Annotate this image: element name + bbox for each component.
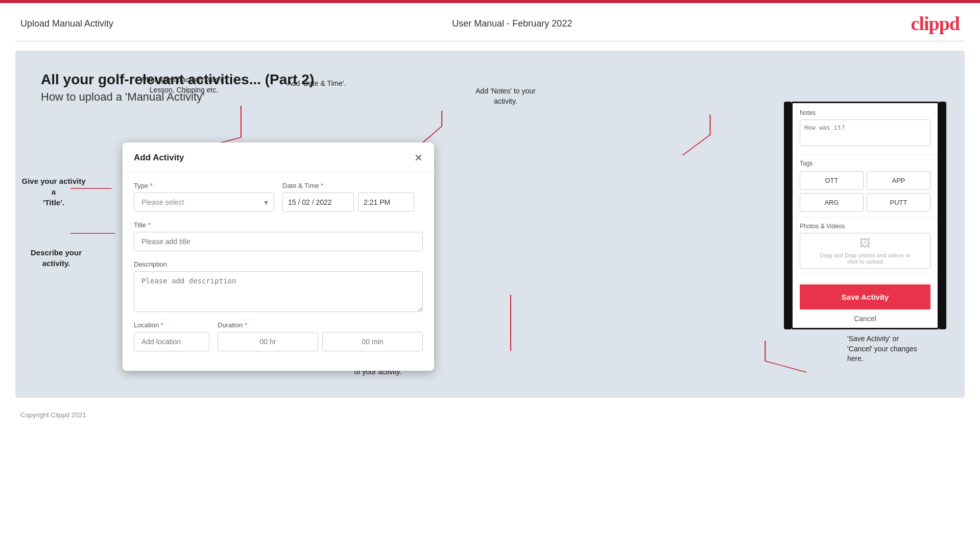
type-label: Type * xyxy=(134,182,274,189)
date-input[interactable] xyxy=(282,193,354,212)
duration-label: Duration * xyxy=(218,321,423,329)
notes-textarea[interactable] xyxy=(800,119,930,146)
type-select-wrapper[interactable]: Please select xyxy=(134,193,274,212)
datetime-required: * xyxy=(321,182,323,189)
logo: clippd xyxy=(911,12,960,35)
location-label: Location * xyxy=(134,321,209,329)
datetime-group: Date & Time * xyxy=(282,182,423,212)
location-group: Location * xyxy=(134,321,209,351)
form-row-location-duration: Location * Duration * xyxy=(134,321,423,351)
header: Upload Manual Activity User Manual - Feb… xyxy=(0,3,980,41)
annotation-savecancel: 'Save Activity' or 'Cancel' your changes… xyxy=(847,334,960,364)
save-activity-button[interactable]: Save Activity xyxy=(800,284,930,309)
tags-section: Tags OTT APP ARG PUTT xyxy=(793,155,938,218)
annotation-title: Give your activity a 'Title'. xyxy=(20,176,87,208)
annotation-describe: Describe your activity. xyxy=(23,247,89,269)
tag-app[interactable]: APP xyxy=(867,171,930,190)
manual-label: User Manual - February 2022 xyxy=(452,18,572,29)
tags-grid: OTT APP ARG PUTT xyxy=(800,171,930,212)
notes-section: Notes xyxy=(793,103,938,155)
modal-header: Add Activity ✕ xyxy=(123,142,434,172)
tag-ott[interactable]: OTT xyxy=(800,171,864,190)
copyright-text: Copyright Clippd 2021 xyxy=(20,411,86,419)
title-input[interactable] xyxy=(134,232,423,251)
form-row-description: Description xyxy=(134,260,423,312)
phone-right-bar xyxy=(939,102,946,329)
title-group: Title * xyxy=(134,221,423,251)
datetime-label: Date & Time * xyxy=(282,182,423,189)
cancel-link[interactable]: Cancel xyxy=(800,309,930,328)
tag-arg[interactable]: ARG xyxy=(800,193,864,212)
svg-line-15 xyxy=(765,361,806,372)
modal-wrapper: Add Activity ✕ Type * Please select xyxy=(123,142,434,371)
time-input[interactable] xyxy=(358,193,414,212)
phone-container: Notes Tags OTT APP ARG PUTT Photos & Vid… xyxy=(791,102,939,329)
photos-drop-zone[interactable]: 🖼 Drag and Drop photos and videos or cli… xyxy=(800,233,930,269)
location-required: * xyxy=(161,321,163,329)
annotation-type: What type of activity was it? Lesson, Ch… xyxy=(128,75,240,95)
phone-left-bar xyxy=(784,102,791,329)
photo-icon: 🖼 xyxy=(859,237,871,250)
duration-hr-input[interactable] xyxy=(218,332,318,351)
duration-group: Duration * xyxy=(218,321,423,351)
photos-section: Photos & Videos 🖼 Drag and Drop photos a… xyxy=(793,218,938,274)
annotation-datetime: Add 'Date & Time'. xyxy=(266,79,368,89)
duration-min-input[interactable] xyxy=(322,332,423,351)
photos-label: Photos & Videos xyxy=(800,223,930,230)
annotation-notes: Add 'Notes' to your activity. xyxy=(455,86,557,106)
description-group: Description xyxy=(134,260,423,312)
form-row-type-datetime: Type * Please select Date & Time * xyxy=(134,182,423,212)
add-activity-modal: Add Activity ✕ Type * Please select xyxy=(123,142,434,371)
form-row-title: Title * xyxy=(134,221,423,251)
type-select[interactable]: Please select xyxy=(134,193,274,212)
phone-panel: Notes Tags OTT APP ARG PUTT Photos & Vid… xyxy=(791,102,939,329)
svg-line-11 xyxy=(683,135,710,155)
header-divider xyxy=(15,41,965,41)
title-form-label: Title * xyxy=(134,221,423,229)
title-required: * xyxy=(148,221,151,229)
photos-drop-text: Drag and Drop photos and videos or click… xyxy=(820,252,910,265)
date-time-inputs xyxy=(282,193,423,212)
type-required: * xyxy=(150,182,153,189)
footer: Copyright Clippd 2021 xyxy=(0,407,980,423)
description-label: Description xyxy=(134,260,423,268)
modal-body: Type * Please select Date & Time * xyxy=(123,172,434,371)
modal-close-button[interactable]: ✕ xyxy=(414,152,423,164)
main-content: All your golf-relevant activities... (Pa… xyxy=(15,51,965,398)
duration-required: * xyxy=(245,321,247,329)
tag-putt[interactable]: PUTT xyxy=(867,193,930,212)
tags-label: Tags xyxy=(800,160,930,167)
modal-title: Add Activity xyxy=(134,153,184,163)
location-input[interactable] xyxy=(134,332,209,351)
page-label: Upload Manual Activity xyxy=(20,18,113,29)
phone-screen: Notes Tags OTT APP ARG PUTT Photos & Vid… xyxy=(791,102,939,329)
save-section: Save Activity Cancel xyxy=(793,274,938,328)
type-group: Type * Please select xyxy=(134,182,274,212)
duration-inputs xyxy=(218,332,423,351)
description-textarea[interactable] xyxy=(134,271,423,312)
notes-label: Notes xyxy=(800,109,930,116)
